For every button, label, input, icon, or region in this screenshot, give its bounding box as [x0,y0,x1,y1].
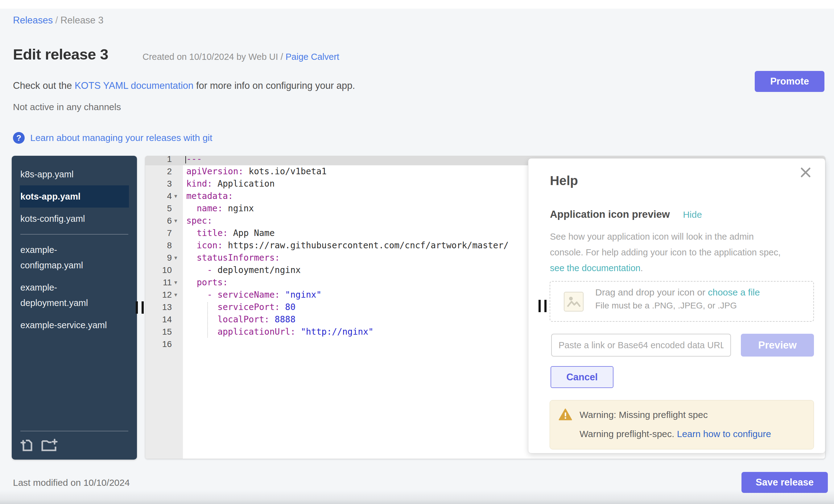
top-white-bar [0,0,834,9]
file-item-k8s-app.yaml[interactable]: k8s-app.yaml [20,163,117,185]
bottom-fade [0,490,834,504]
question-circle-icon: ? [13,132,25,144]
line-number: 6 [145,215,172,227]
preflight-warning-box: Warning: Missing preflight spec Warning … [550,400,814,450]
line-text: ports: [186,276,228,289]
line-number: 12 [145,289,172,301]
fold-arrow-icon[interactable]: ▾ [174,190,183,202]
line-number: 5 [145,202,172,215]
line-text: - deployment/nginx [186,264,301,276]
line-number: 2 [145,165,172,178]
line-number: 13 [145,301,172,313]
preview-button[interactable]: Preview [741,334,814,356]
warning-title: Warning: Missing preflight spec [579,410,708,420]
line-text: icon: https://raw.githubusercontent.com/… [186,239,509,252]
warning-triangle-icon [558,409,572,421]
docs-prefix: Check out the [13,80,75,91]
line-text: applicationUrl: "http://nginx" [186,326,374,338]
line-number: 16 [145,338,172,350]
breadcrumb-separator: / [53,15,61,26]
line-number: 15 [145,326,172,338]
git-help-row: ? Learn about managing your releases wit… [13,132,212,144]
breadcrumb-releases-link[interactable]: Releases [13,15,53,26]
fold-arrow-icon[interactable]: ▾ [174,276,183,289]
line-text: servicePort: 80 [186,301,295,313]
see-documentation-link[interactable]: see the documentation [550,263,640,273]
kots-yaml-docs-link[interactable]: KOTS YAML documentation [75,80,193,91]
line-number: 14 [145,313,172,326]
page-title: Edit release 3 [13,46,108,63]
help-panel-title: Help [550,173,578,188]
icon-preview-heading: Application icon preview [550,209,670,220]
line-text: title: App Name [186,227,275,239]
configure-preflight-link[interactable]: Learn how to configure [677,429,771,439]
line-number: 11 [145,276,172,289]
file-item-example-service.yaml[interactable]: example-service.yaml [20,314,117,336]
file-item-example-deployment.yaml[interactable]: example-deployment.yaml [20,276,117,314]
line-number: 1 [145,156,172,165]
file-item-kots-config.yaml[interactable]: kots-config.yaml [20,207,117,230]
file-item-example-configmap.yaml[interactable]: example-configmap.yaml [20,239,117,276]
sidebar-bottom-section [12,431,137,460]
warning-detail: Warning preflight-spec. Learn how to con… [579,429,771,439]
indent-guide [207,302,208,337]
file-list-top: k8s-app.yamlkots-app.yamlkots-config.yam… [12,156,137,230]
line-number: 10 [145,264,172,276]
drop-instruction: Drag and drop your icon or [595,287,708,297]
sidebar-bottom-divider [20,431,128,431]
fold-arrow-icon[interactable]: ▾ [174,215,183,227]
cancel-button[interactable]: Cancel [551,366,613,388]
fold-arrow-icon[interactable]: ▾ [174,252,183,264]
drop-zone-text: Drag and drop your icon or choose a file… [595,287,760,311]
icon-url-input[interactable] [551,334,731,356]
line-number: 4 [145,190,172,202]
image-placeholder-icon [564,292,584,311]
breadcrumb: Releases/Release 3 [13,15,103,26]
choose-file-link[interactable]: choose a file [708,287,760,297]
file-list-examples: example-configmap.yamlexample-deployment… [12,239,137,336]
last-modified-text: Last modified on 10/10/2024 [13,478,130,488]
file-type-requirements: File must be a .PNG, .JPEG, or .JPG [595,301,760,311]
docs-line: Check out the KOTS YAML documentation fo… [13,80,355,91]
file-item-kots-app.yaml[interactable]: kots-app.yaml [20,185,129,207]
help-panel: Help Application icon preview Hide See h… [528,158,825,454]
add-file-icon[interactable] [20,438,33,452]
line-number: 7 [145,227,172,239]
file-list-divider [20,234,128,235]
created-text: Created on 10/10/2024 by Web UI / [142,52,286,62]
git-releases-link[interactable]: Learn about managing your releases with … [30,133,212,143]
channel-status: Not active in any channels [13,102,121,112]
line-text: localPort: 8888 [186,313,295,326]
icon-preview-section: Application icon preview Hide [550,209,702,220]
icon-preview-description: See how your application icon will look … [550,229,781,276]
add-folder-icon[interactable] [41,438,59,452]
icon-drop-zone[interactable]: Drag and drop your icon or choose a file… [550,281,814,322]
line-number: 9 [145,252,172,264]
file-tree-sidebar: k8s-app.yamlkots-app.yamlkots-config.yam… [12,156,137,460]
hide-link[interactable]: Hide [683,210,702,220]
line-text: name: nginx [186,202,254,215]
text-cursor [185,156,186,163]
line-text: - serviceName: "nginx" [186,289,322,301]
line-text: metadata: [186,190,233,202]
line-text: --- [186,156,202,165]
breadcrumb-current: Release 3 [61,15,104,26]
created-author-link[interactable]: Paige Calvert [286,52,339,62]
line-text: statusInformers: [186,252,280,264]
created-line: Created on 10/10/2024 by Web UI / Paige … [142,52,339,62]
docs-suffix: for more info on configuring your app. [193,80,355,91]
fold-arrow-icon[interactable]: ▾ [174,289,183,301]
help-panel-resize-handle[interactable] [539,300,547,312]
promote-button[interactable]: Promote [755,71,825,92]
line-text: spec: [186,215,212,227]
line-number: 3 [145,178,172,190]
sidebar-resize-handle[interactable] [136,301,144,314]
line-text: kind: Application [186,178,275,190]
line-number: 8 [145,239,172,252]
close-icon[interactable] [800,167,811,178]
line-text: apiVersion: kots.io/v1beta1 [186,165,327,178]
